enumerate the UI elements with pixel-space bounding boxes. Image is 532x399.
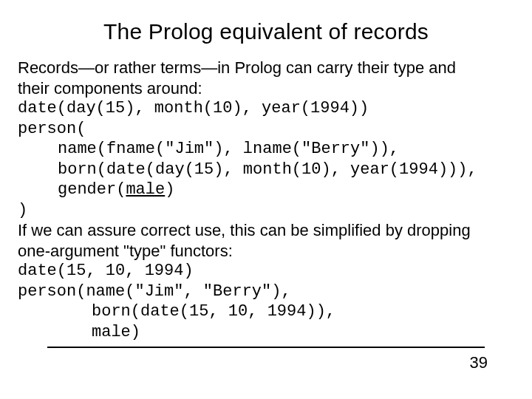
mid-line-1: If we can assure correct use, this can b… (18, 220, 514, 241)
page-number: 39 (470, 353, 488, 372)
slide-title: The Prolog equivalent of records (18, 19, 514, 44)
code-date-full: date(day(15), month(10), year(1994)) (18, 98, 514, 119)
mid-line-2: one-argument "type" functors: (18, 241, 514, 262)
code-person-close: ) (18, 200, 514, 221)
slide: The Prolog equivalent of records Records… (0, 0, 532, 399)
intro-line-1: Records—or rather terms—in Prolog can ca… (18, 58, 514, 78)
code-person-simple-1: person(name("Jim", "Berry"), (18, 282, 514, 302)
intro-line-2: their components around: (18, 78, 514, 99)
slide-body: Records—or rather terms—in Prolog can ca… (18, 58, 514, 342)
code-person-open: person( (18, 119, 514, 140)
code-person-simple-2: born(date(15, 10, 1994)), (18, 301, 514, 322)
code-gender-male: male (126, 180, 165, 199)
code-gender-pre: gender( (58, 180, 126, 199)
code-born: born(date(day(15), month(10), year(1994)… (18, 160, 514, 180)
footer-rule (47, 347, 485, 348)
code-name: name(fname("Jim"), lname("Berry")), (18, 139, 514, 160)
code-gender-post: ) (165, 180, 174, 199)
code-gender: gender(male) (18, 180, 514, 200)
code-date-simple: date(15, 10, 1994) (18, 261, 514, 282)
code-person-simple-3: male) (18, 322, 514, 343)
